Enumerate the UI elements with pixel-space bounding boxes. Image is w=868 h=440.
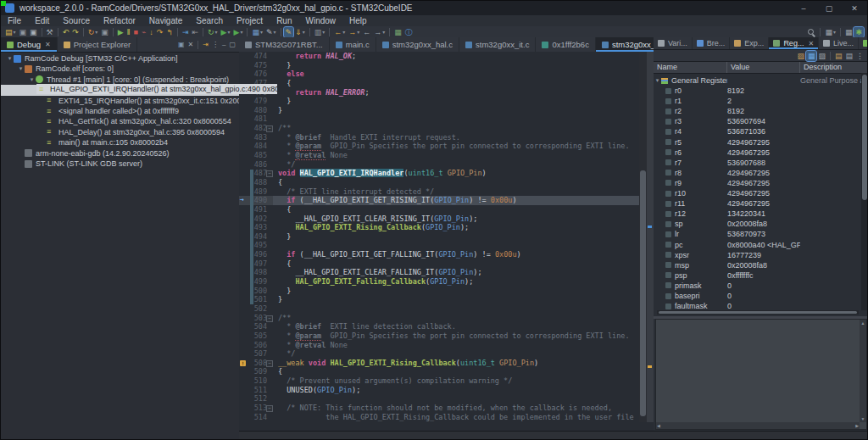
code-line[interactable]: 509{ (239, 367, 654, 376)
debug-minimize-view[interactable]: – (220, 40, 227, 50)
code-line[interactable]: 477 { (239, 79, 654, 88)
register-row[interactable]: sp0x20008fa8 (654, 219, 868, 229)
editor-gutter[interactable]: 474 (239, 52, 273, 61)
register-group-row[interactable]: ▾General RegistersGeneral Purpose and (654, 75, 868, 86)
debug-tree-item[interactable]: ▾RamCode Debug [STM32 C/C++ Application] (1, 53, 239, 64)
register-row[interactable]: r94294967295 (654, 178, 868, 188)
editor-gutter[interactable]: →490 (239, 196, 273, 205)
code-line[interactable]: 496 if (__HAL_GPIO_EXTI_GET_FALLING_IT(G… (239, 250, 654, 259)
editor-gutter[interactable]: 491 (239, 205, 273, 214)
register-row[interactable]: xpsr16777239 (654, 250, 868, 260)
registers-tab-live[interactable]: Live... (819, 37, 859, 49)
editor-gutter[interactable]: !508– (239, 359, 273, 368)
toolbar-step-return[interactable]: ↰ (164, 27, 175, 37)
code-line[interactable]: 487–void HAL_GPIO_EXTI_IRQHandler(uint16… (239, 169, 654, 178)
editor-gutter[interactable]: 476 (239, 70, 273, 79)
register-row[interactable]: psp0xfffffffc (654, 270, 868, 281)
editor-gutter[interactable]: 475 (239, 61, 273, 70)
editor-gutter[interactable]: 502 (239, 304, 273, 314)
scroll-down-icon[interactable]: ▼ (861, 416, 865, 421)
toolbar-skip-all-breakpoints[interactable]: ↶ (61, 27, 71, 37)
code-line[interactable]: 514 the HAL_GPIO_EXTI_Rising_Callback co… (239, 413, 654, 422)
toolbar-terminate[interactable]: ■ (131, 27, 139, 37)
toolbar-pin-editor[interactable]: ▦ (392, 27, 403, 37)
code-line[interactable]: →490 if (__HAL_GPIO_EXTI_GET_RISING_IT(G… (239, 196, 654, 205)
editor-gutter[interactable]: 484 (239, 142, 273, 151)
debug-view-console[interactable]: ▣ (176, 40, 186, 50)
registers-horizontal-scrollbar-thumb[interactable] (659, 311, 857, 314)
editor-gutter[interactable]: 483 (239, 133, 273, 142)
code-editor[interactable]: 474 return HAL_OK;475 }476 else477 {478 … (239, 52, 654, 422)
code-line[interactable]: 510 /* Prevent unused argument(s) compil… (239, 376, 654, 386)
toolbar-reset-chip[interactable]: ↷ (70, 27, 81, 37)
debug-tree-item[interactable]: ≡HAL_GetTick() at stm32g0xx_hal.c:320 0x… (1, 116, 239, 126)
toolbar-debug[interactable]: ↻▾ (86, 27, 100, 37)
editor-vertical-scrollbar[interactable] (639, 52, 647, 422)
code-line[interactable]: 513– /* NOTE: This function should not b… (239, 404, 654, 413)
code-line[interactable]: 492 __HAL_GPIO_EXTI_CLEAR_RISING_IT(GPIO… (239, 214, 654, 224)
overview-ruler[interactable] (646, 52, 654, 422)
register-row[interactable]: r12 (654, 96, 868, 106)
editor-tab-0x1fff2b6c[interactable]: 0x1fff2b6c (536, 37, 596, 52)
menu-window[interactable]: Window (298, 16, 342, 25)
overview-warning-marker[interactable] (648, 365, 652, 368)
close-tab-icon[interactable]: ✕ (808, 40, 814, 47)
toolbar-edit-mode[interactable]: ✎▾ (264, 27, 278, 37)
toolbar-restart[interactable]: ↻▾ (206, 27, 220, 37)
editor-gutter[interactable]: 485 (239, 151, 273, 160)
code-line[interactable]: 507 */ (239, 349, 654, 359)
code-line[interactable]: 482–/** (239, 124, 654, 133)
editor-gutter[interactable]: 496 (239, 250, 273, 259)
scroll-right-icon[interactable]: ▶ (855, 423, 859, 428)
debug-tree-item[interactable]: ≡main() at main.c:105 0x80002b4 (1, 137, 239, 148)
code-line[interactable]: 504 * @brief EXTI line detection callbac… (239, 322, 654, 331)
register-row[interactable]: r08192 (654, 86, 868, 96)
editor-gutter[interactable]: 506 (239, 341, 273, 350)
registers-toolbar-add-register-group[interactable]: ▤ (833, 51, 844, 61)
fold-toggle-icon[interactable]: – (266, 315, 273, 322)
menu-edit[interactable]: Edit (28, 16, 56, 25)
toolbar-instruction-stepping[interactable]: ⇥ (181, 27, 191, 37)
editor-gutter[interactable]: 498 (239, 268, 273, 277)
editor-gutter[interactable]: 511 (239, 386, 273, 395)
toolbar-suspend[interactable]: ‖ (125, 27, 132, 37)
restore-button[interactable]: ▢ (816, 1, 842, 15)
editor-gutter[interactable]: 503– (239, 314, 273, 323)
fold-toggle-icon[interactable]: – (266, 170, 273, 177)
debug-maximize-view[interactable]: ▢ (227, 40, 237, 50)
toolbar-disconnect[interactable]: ⌁ (140, 27, 147, 37)
registers-tab-reg[interactable]: Reg...✕ (769, 37, 819, 49)
registers-tab-sfrs[interactable]: SFRs (859, 37, 868, 49)
editor-tab-main-c[interactable]: main.c (330, 37, 376, 52)
toolbar-back[interactable]: ←▾ (332, 27, 347, 37)
code-line[interactable]: 502 (239, 304, 654, 314)
editor-gutter[interactable]: 501 (239, 295, 273, 304)
code-line[interactable]: !508–__weak void HAL_GPIO_EXTI_Rising_Ca… (239, 359, 654, 368)
toolbar-open-perspective[interactable]: ▦▾ (823, 27, 837, 37)
close-tab-icon[interactable]: ✕ (45, 41, 51, 48)
register-row[interactable]: r7536907688 (654, 158, 868, 168)
editor-gutter[interactable]: 495 (239, 241, 273, 250)
editor-gutter[interactable]: 500 (239, 287, 273, 296)
register-detail-pane[interactable]: ▲▼ ◀▶ (655, 319, 867, 430)
toolbar-resume[interactable]: ▶ (116, 27, 125, 37)
scroll-up-icon[interactable]: ▲ (861, 320, 865, 326)
register-row[interactable]: r64294967295 (654, 148, 868, 158)
registers-toolbar-view-menu[interactable]: ⋮ (854, 51, 865, 61)
detail-horizontal-scrollbar[interactable]: ◀▶ (656, 422, 860, 429)
registers-vertical-scrollbar[interactable] (861, 73, 868, 310)
code-line[interactable]: 479 } (239, 97, 654, 106)
register-row[interactable]: r104294967295 (654, 188, 868, 198)
debug-tree-item[interactable]: arm-none-eabi-gdb (14.2.90.20240526) (1, 148, 239, 159)
registers-tab-exp[interactable]: Exp... (730, 37, 769, 49)
code-line[interactable]: 488{ (239, 178, 654, 187)
editor-gutter[interactable]: 481 (239, 114, 273, 124)
register-row[interactable]: r4536871036 (654, 126, 868, 136)
toolbar-step-over[interactable]: ↷ (155, 27, 165, 37)
scroll-left-icon[interactable]: ◀ (657, 423, 660, 428)
code-line[interactable]: 495 (239, 241, 654, 250)
toolbar-perspective-debug[interactable]: ✱ (854, 27, 864, 37)
editor-gutter[interactable]: 504 (239, 322, 273, 331)
debug-tree-item[interactable]: ≡EXTI4_15_IRQHandler() at stm32g0xx_it.c… (1, 96, 239, 106)
register-row[interactable]: r114294967295 (654, 198, 868, 209)
